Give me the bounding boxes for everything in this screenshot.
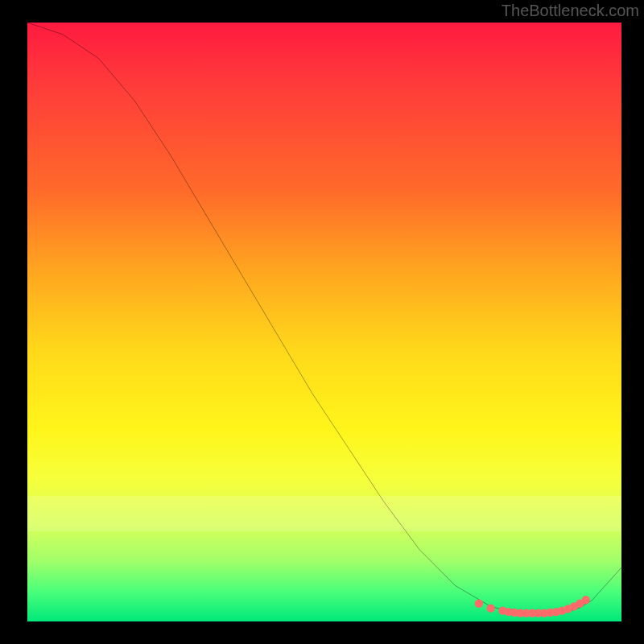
highlight-dot xyxy=(486,604,494,612)
highlight-dot xyxy=(582,596,590,604)
highlight-dot xyxy=(475,599,483,607)
plot-area xyxy=(27,23,621,621)
bottleneck-curve xyxy=(27,23,621,613)
watermark-text: TheBottleneck.com xyxy=(502,2,639,20)
curve-layer xyxy=(27,23,621,621)
chart-frame: TheBottleneck.com xyxy=(0,0,644,644)
highlight-dots xyxy=(475,596,590,617)
